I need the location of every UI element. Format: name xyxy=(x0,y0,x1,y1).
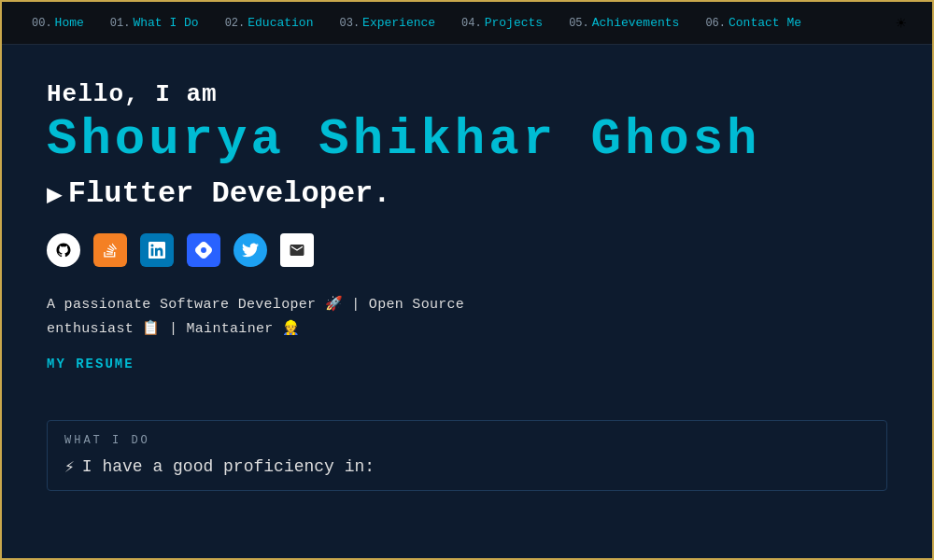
nav-item-contact[interactable]: 06. Contact Me xyxy=(692,16,814,30)
nav-label-contact: Contact Me xyxy=(729,16,801,30)
nav-label-what-i-do: What I Do xyxy=(133,16,198,30)
hero-section: Hello, I am Shourya Shikhar Ghosh ▶ Flut… xyxy=(2,45,932,560)
nav-item-home[interactable]: 00. Home xyxy=(19,16,97,30)
resume-link[interactable]: MY RESUME xyxy=(47,357,134,371)
nav-label-projects: Projects xyxy=(485,16,543,30)
greeting-text: Hello, I am xyxy=(47,80,887,108)
nav-num-experience: 03. xyxy=(339,17,360,30)
description-line2: enthusiast 📋 | Maintainer 👷 xyxy=(47,317,887,342)
hashnode-icon[interactable] xyxy=(187,233,220,267)
email-icon[interactable] xyxy=(280,233,314,267)
nav-num-what-i-do: 01. xyxy=(110,17,131,30)
nav-label-home: Home xyxy=(55,16,84,30)
nav-num-education: 02. xyxy=(225,17,246,30)
nav-item-projects[interactable]: 04. Projects xyxy=(448,16,556,30)
lightning-icon: ⚡ xyxy=(64,456,75,477)
github-icon[interactable] xyxy=(47,233,80,267)
proficiency-label: I have a good proficiency in: xyxy=(82,457,375,476)
social-icons-row xyxy=(47,233,887,267)
proficiency-text: ⚡ I have a good proficiency in: xyxy=(64,456,870,477)
what-i-do-label: WHAT I DO xyxy=(64,434,870,447)
nav-item-experience[interactable]: 03. Experience xyxy=(326,16,448,30)
nav-item-what-i-do[interactable]: 01. What I Do xyxy=(97,16,212,30)
nav-num-contact: 06. xyxy=(705,17,726,30)
nav-item-achievements[interactable]: 05. Achievements xyxy=(556,16,692,30)
nav-label-achievements: Achievements xyxy=(592,16,680,30)
nav-label-experience: Experience xyxy=(362,16,435,30)
theme-toggle-button[interactable]: ☀️ xyxy=(887,9,915,37)
description-line1: A passionate Software Developer 🚀 | Open… xyxy=(47,293,887,317)
nav-item-education[interactable]: 02. Education xyxy=(212,16,327,30)
nav-num-achievements: 05. xyxy=(569,17,589,30)
what-i-do-section: WHAT I DO ⚡ I have a good proficiency in… xyxy=(47,420,887,491)
role-arrow-icon: ▶ xyxy=(47,178,63,210)
hero-name: Shourya Shikhar Ghosh xyxy=(47,112,887,167)
role-label: Flutter Developer. xyxy=(68,176,391,211)
stackoverflow-icon[interactable] xyxy=(93,233,127,267)
twitter-icon[interactable] xyxy=(234,233,267,267)
nav-num-home: 00. xyxy=(32,17,52,30)
navbar: 00. Home 01. What I Do 02. Education 03.… xyxy=(2,2,932,45)
hero-role: ▶ Flutter Developer. xyxy=(47,176,887,211)
description-text: A passionate Software Developer 🚀 | Open… xyxy=(47,293,887,341)
nav-num-projects: 04. xyxy=(461,17,482,30)
linkedin-icon[interactable] xyxy=(140,233,174,267)
nav-label-education: Education xyxy=(248,16,313,30)
